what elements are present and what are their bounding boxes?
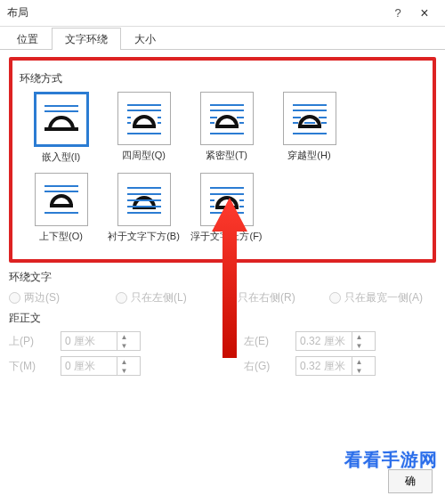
wrap-option-tight[interactable]: 紧密型(T) bbox=[185, 92, 268, 164]
radio-input[interactable] bbox=[222, 292, 234, 304]
tab-strip: 位置 文字环绕 大小 bbox=[0, 27, 445, 50]
watermark-text: 看看手游网 bbox=[344, 448, 438, 472]
distance-grid: 上(P) ▲▼ 左(E) ▲▼ 下(M) ▲▼ 右(G) ▲▼ bbox=[9, 331, 436, 376]
wrap-icon-behind bbox=[117, 173, 171, 226]
spin-down-icon[interactable]: ▼ bbox=[117, 341, 131, 350]
tab-size[interactable]: 大小 bbox=[121, 28, 169, 50]
radio-right-only[interactable]: 只在右侧(R) bbox=[222, 290, 329, 305]
distance-bottom-spinner[interactable]: ▲▼ bbox=[61, 356, 141, 376]
distance-top-label: 上(P) bbox=[9, 334, 44, 349]
dialog-footer: 确 bbox=[388, 469, 433, 493]
radio-left-only[interactable]: 只在左侧(L) bbox=[116, 290, 222, 305]
wrap-style-highlight: 环绕方式 嵌入型(I) bbox=[9, 57, 436, 263]
ok-button[interactable]: 确 bbox=[388, 469, 433, 493]
wrap-icon-front bbox=[200, 173, 254, 226]
distance-top-input[interactable] bbox=[61, 332, 117, 350]
radio-input[interactable] bbox=[9, 292, 20, 304]
wrap-option-label: 衬于文字下方(B) bbox=[108, 230, 180, 243]
wrap-option-label: 上下型(O) bbox=[39, 230, 83, 243]
spin-down-icon[interactable]: ▼ bbox=[352, 341, 366, 350]
radio-label: 只在最宽一侧(A) bbox=[344, 290, 423, 305]
wrap-style-grid: 嵌入型(I) bbox=[20, 92, 425, 252]
wrap-option-label: 浮于文字上方(F) bbox=[190, 230, 262, 243]
distance-left-label: 左(E) bbox=[244, 334, 279, 349]
spin-up-icon[interactable]: ▲ bbox=[352, 332, 366, 341]
wrap-icon-square bbox=[117, 92, 171, 145]
wrap-option-label: 四周型(Q) bbox=[122, 149, 166, 162]
distance-right-input[interactable] bbox=[296, 357, 352, 375]
spin-up-icon[interactable]: ▲ bbox=[117, 332, 131, 341]
wrap-style-label: 环绕方式 bbox=[20, 71, 425, 86]
distance-label: 距正文 bbox=[9, 311, 436, 326]
wrap-option-square[interactable]: 四周型(Q) bbox=[102, 92, 185, 164]
radio-largest-only[interactable]: 只在最宽一侧(A) bbox=[329, 290, 436, 305]
spin-down-icon[interactable]: ▼ bbox=[117, 366, 131, 375]
wrap-icon-inline bbox=[34, 92, 89, 147]
radio-input[interactable] bbox=[116, 292, 127, 304]
wrap-option-inline[interactable]: 嵌入型(I) bbox=[20, 92, 102, 164]
wrap-option-label: 紧密型(T) bbox=[206, 149, 247, 162]
distance-section: 距正文 上(P) ▲▼ 左(E) ▲▼ 下(M) ▲▼ 右(G) ▲▼ bbox=[9, 311, 436, 376]
wrap-text-section: 环绕文字 两边(S) 只在左侧(L) 只在右侧(R) 只在最宽一侧(A) bbox=[9, 270, 436, 305]
wrap-icon-through bbox=[283, 92, 336, 145]
distance-right-spinner[interactable]: ▲▼ bbox=[295, 356, 376, 376]
spin-down-icon[interactable]: ▼ bbox=[352, 366, 366, 375]
distance-left-spinner[interactable]: ▲▼ bbox=[295, 331, 376, 351]
radio-label: 两边(S) bbox=[24, 290, 60, 305]
close-button[interactable]: × bbox=[411, 5, 438, 21]
window-title: 布局 bbox=[7, 5, 384, 20]
wrap-option-behind[interactable]: 衬于文字下方(B) bbox=[102, 173, 185, 243]
spin-up-icon[interactable]: ▲ bbox=[352, 357, 366, 366]
wrap-option-label: 嵌入型(I) bbox=[42, 150, 80, 164]
distance-top-spinner[interactable]: ▲▼ bbox=[61, 331, 141, 351]
help-button[interactable]: ? bbox=[384, 6, 411, 20]
wrap-text-options: 两边(S) 只在左侧(L) 只在右侧(R) 只在最宽一侧(A) bbox=[9, 290, 436, 305]
wrap-option-label: 穿越型(H) bbox=[287, 149, 330, 162]
wrap-style-group: 环绕方式 嵌入型(I) bbox=[20, 66, 425, 252]
dialog-content: 环绕方式 嵌入型(I) bbox=[0, 50, 445, 383]
wrap-option-topbottom[interactable]: 上下型(O) bbox=[20, 173, 102, 243]
radio-both-sides[interactable]: 两边(S) bbox=[9, 290, 116, 305]
radio-label: 只在右侧(R) bbox=[238, 290, 295, 305]
spin-up-icon[interactable]: ▲ bbox=[117, 357, 131, 366]
tab-position[interactable]: 位置 bbox=[4, 28, 52, 50]
wrap-icon-tight bbox=[200, 92, 254, 145]
distance-left-input[interactable] bbox=[296, 332, 352, 350]
wrap-icon-topbottom bbox=[35, 173, 88, 226]
wrap-text-label: 环绕文字 bbox=[9, 270, 436, 285]
distance-right-label: 右(G) bbox=[244, 359, 279, 374]
radio-input[interactable] bbox=[329, 292, 341, 304]
wrap-option-front[interactable]: 浮于文字上方(F) bbox=[185, 173, 268, 243]
distance-bottom-input[interactable] bbox=[61, 357, 117, 375]
wrap-option-through[interactable]: 穿越型(H) bbox=[268, 92, 351, 164]
distance-bottom-label: 下(M) bbox=[9, 359, 44, 374]
tab-text-wrapping[interactable]: 文字环绕 bbox=[52, 28, 121, 50]
titlebar: 布局 ? × bbox=[0, 0, 445, 27]
radio-label: 只在左侧(L) bbox=[131, 290, 187, 305]
